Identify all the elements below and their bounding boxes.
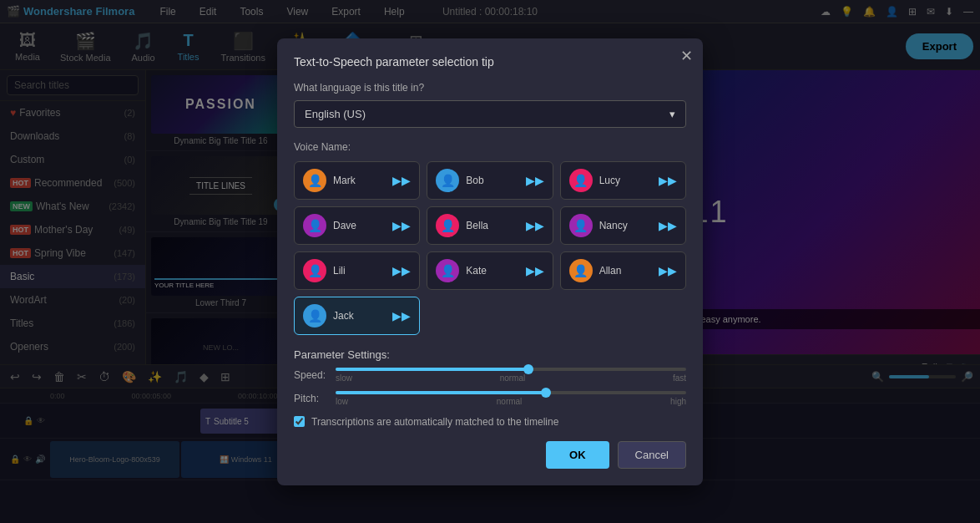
language-label: What language is this title in?: [294, 82, 686, 94]
voice-mark-wave[interactable]: ▶▶: [392, 174, 411, 187]
voice-allan-wave[interactable]: ▶▶: [659, 264, 677, 277]
cancel-button[interactable]: Cancel: [618, 441, 686, 469]
pitch-thumb[interactable]: [541, 388, 551, 398]
pitch-low-label: low: [336, 397, 348, 406]
voice-jack[interactable]: 👤 Jack ▶▶: [294, 297, 420, 335]
pitch-track: [336, 391, 686, 394]
speed-row: Speed: slow normal fast: [294, 368, 686, 383]
voice-bob-name: Bob: [466, 175, 518, 186]
chevron-down-icon: ▾: [669, 108, 675, 120]
voice-mark-name: Mark: [333, 175, 386, 186]
voice-allan-name: Allan: [599, 265, 652, 277]
speed-fill: [336, 368, 528, 371]
voice-nancy-wave[interactable]: ▶▶: [659, 219, 677, 232]
voice-bella-name: Bella: [466, 220, 518, 231]
speed-fast-label: fast: [673, 373, 686, 383]
tts-dialog: Text-to-Speech parameter selection tip ✕…: [277, 38, 703, 485]
transcription-checkbox[interactable]: [294, 416, 305, 427]
voice-lili-wave[interactable]: ▶▶: [392, 264, 411, 277]
voice-lili[interactable]: 👤 Lili ▶▶: [294, 251, 420, 290]
param-settings: Parameter Settings: Speed: slow normal f…: [294, 348, 686, 406]
pitch-normal-label: normal: [497, 397, 523, 406]
voice-jack-name: Jack: [333, 310, 386, 322]
voice-lucy[interactable]: 👤 Lucy ▶▶: [560, 161, 686, 200]
voice-jack-wave[interactable]: ▶▶: [392, 309, 411, 322]
pitch-labels: low normal high: [336, 397, 686, 406]
voice-dave-wave[interactable]: ▶▶: [392, 219, 411, 232]
voice-kate[interactable]: 👤 Kate ▶▶: [427, 251, 553, 290]
voice-bella-avatar: 👤: [436, 214, 459, 237]
voice-bob[interactable]: 👤 Bob ▶▶: [427, 161, 553, 200]
speed-label: Speed:: [294, 369, 327, 381]
voice-nancy-name: Nancy: [599, 220, 652, 231]
dialog-buttons: OK Cancel: [294, 441, 686, 469]
pitch-slider-container[interactable]: low normal high: [336, 391, 686, 406]
speed-track: [336, 368, 686, 371]
voice-name-label: Voice Name:: [294, 141, 686, 153]
voice-dave-avatar: 👤: [303, 214, 326, 237]
speed-slider-container[interactable]: slow normal fast: [336, 368, 686, 383]
voice-dave[interactable]: 👤 Dave ▶▶: [294, 206, 420, 245]
pitch-label: Pitch:: [294, 393, 327, 404]
voice-mark-avatar: 👤: [303, 169, 326, 192]
speed-normal-label: normal: [500, 373, 526, 383]
voice-nancy-avatar: 👤: [569, 214, 593, 237]
voice-lucy-wave[interactable]: ▶▶: [659, 174, 677, 187]
voice-grid: 👤 Mark ▶▶ 👤 Bob ▶▶ 👤 Lucy ▶▶ 👤 Dave ▶▶ 👤: [294, 161, 686, 335]
transcription-checkbox-row: Transcriptions are automatically matched…: [294, 416, 686, 428]
voice-allan[interactable]: 👤 Allan ▶▶: [560, 251, 686, 290]
voice-allan-avatar: 👤: [569, 259, 593, 282]
dialog-close-button[interactable]: ✕: [680, 48, 693, 63]
voice-bella[interactable]: 👤 Bella ▶▶: [427, 206, 553, 245]
language-value: English (US): [305, 108, 366, 120]
voice-dave-name: Dave: [333, 220, 386, 231]
voice-kate-name: Kate: [466, 265, 518, 277]
pitch-high-label: high: [670, 397, 686, 406]
pitch-fill: [336, 391, 546, 394]
ok-button[interactable]: OK: [546, 441, 609, 469]
voice-bob-avatar: 👤: [436, 169, 459, 192]
speed-slow-label: slow: [336, 373, 352, 383]
voice-lili-avatar: 👤: [303, 259, 326, 282]
transcription-label: Transcriptions are automatically matched…: [311, 416, 558, 428]
dialog-overlay: Text-to-Speech parameter selection tip ✕…: [0, 0, 980, 523]
speed-thumb[interactable]: [523, 364, 533, 374]
voice-lucy-avatar: 👤: [569, 169, 593, 192]
language-dropdown[interactable]: English (US) ▾: [294, 100, 686, 128]
voice-bella-wave[interactable]: ▶▶: [526, 219, 544, 232]
dialog-title: Text-to-Speech parameter selection tip: [294, 55, 686, 69]
pitch-row: Pitch: low normal high: [294, 391, 686, 406]
voice-bob-wave[interactable]: ▶▶: [526, 174, 544, 187]
param-settings-label: Parameter Settings:: [294, 348, 686, 361]
voice-kate-wave[interactable]: ▶▶: [526, 264, 544, 277]
voice-lucy-name: Lucy: [599, 175, 652, 186]
voice-mark[interactable]: 👤 Mark ▶▶: [294, 161, 420, 200]
voice-kate-avatar: 👤: [436, 259, 459, 282]
voice-jack-avatar: 👤: [303, 304, 326, 328]
voice-lili-name: Lili: [333, 265, 386, 277]
speed-labels: slow normal fast: [336, 373, 686, 383]
voice-nancy[interactable]: 👤 Nancy ▶▶: [560, 206, 686, 245]
